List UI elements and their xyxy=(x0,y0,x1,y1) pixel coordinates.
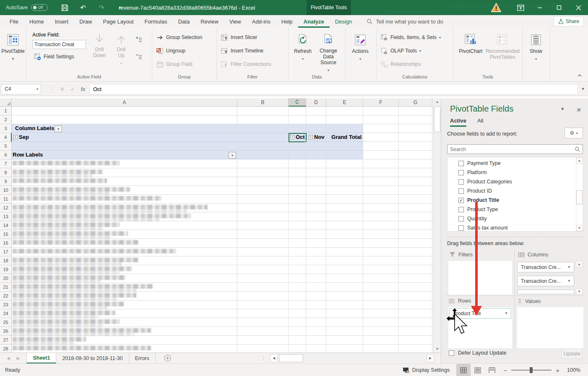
field-checkbox[interactable] xyxy=(458,207,464,212)
field-checkbox[interactable] xyxy=(458,225,464,231)
rows-area[interactable]: Product Title▼ xyxy=(448,307,512,348)
change-data-source-button[interactable]: Change Data Source ▾ xyxy=(315,30,342,72)
ribbon-display-options-icon[interactable] xyxy=(511,0,530,15)
formula-bar-expand-icon[interactable]: ▼ xyxy=(578,87,588,91)
row-header-22[interactable]: 22 xyxy=(0,292,12,300)
columns-pill-2[interactable]: Transaction Cre...▼ xyxy=(517,276,574,286)
rows-pill-caret-icon[interactable]: ▼ xyxy=(505,311,508,315)
insert-timeline-button[interactable]: Insert Timeline xyxy=(219,45,286,56)
share-button[interactable]: Share xyxy=(554,16,584,26)
cell-b4-sep[interactable]: +Sep xyxy=(13,134,29,140)
row-header-24[interactable]: 24 xyxy=(0,309,12,318)
name-box[interactable]: C4▾ xyxy=(1,84,41,94)
row-header-13[interactable]: 13 xyxy=(0,212,12,221)
row-labels-filter-icon[interactable]: ▼ xyxy=(229,152,236,159)
row-header-28[interactable]: 28 xyxy=(0,345,12,353)
vertical-scroll-thumb[interactable] xyxy=(434,106,440,132)
tools-gear-button[interactable]: ⚙▾ xyxy=(565,128,583,138)
zoom-slider-thumb[interactable] xyxy=(530,367,533,373)
expand-nov-icon[interactable]: + xyxy=(309,135,313,139)
insert-slicer-button[interactable]: Insert Slicer xyxy=(219,32,286,43)
ungroup-button[interactable]: Ungroup xyxy=(155,45,214,56)
drill-up-button[interactable]: Drill Up ▾ xyxy=(110,30,132,72)
save-icon[interactable] xyxy=(55,0,74,15)
row-header-23[interactable]: 23 xyxy=(0,300,12,309)
cell-grid[interactable]: Column Labels ▼ +Sep +Oct +Nov Grand Tot… xyxy=(12,107,432,352)
ribbon-tab-add-ins[interactable]: Add-ins xyxy=(247,15,276,28)
filter-connections-button[interactable]: Filter Connections xyxy=(219,59,286,70)
column-labels-filter-icon[interactable]: ▼ xyxy=(55,125,62,132)
row-header-3[interactable]: 3 xyxy=(0,124,12,133)
ribbon-tab-data[interactable]: Data xyxy=(173,15,195,28)
cancel-icon[interactable]: ✕ xyxy=(60,86,65,92)
field-item-sales-tax-amount[interactable]: Sales tax amount xyxy=(448,223,583,232)
view-page-break-button[interactable] xyxy=(485,364,499,376)
field-checkbox[interactable] xyxy=(458,170,464,175)
filters-area[interactable] xyxy=(448,261,512,295)
row-header-25[interactable]: 25 xyxy=(0,318,12,327)
expand-field-icon[interactable] xyxy=(135,36,143,43)
column-header-G[interactable]: G xyxy=(399,98,432,107)
defer-checkbox[interactable] xyxy=(449,350,454,356)
row-header-27[interactable]: 27 xyxy=(0,336,12,345)
pane-tab-active[interactable]: Active xyxy=(450,118,466,127)
row-header-19[interactable]: 19 xyxy=(0,265,12,274)
new-sheet-button[interactable] xyxy=(156,353,180,363)
rows-pill-product-title[interactable]: Product Title▼ xyxy=(449,308,511,319)
columns-area-scrollbar[interactable]: ▲ ▼ xyxy=(576,261,583,295)
refresh-button[interactable]: Refresh ▾ xyxy=(291,30,315,72)
zoom-slider[interactable] xyxy=(511,370,552,371)
group-field-button[interactable]: 7 Group Field xyxy=(155,59,214,70)
field-list-scroll-down-icon[interactable]: ▼ xyxy=(576,225,583,231)
columns-pill-1[interactable]: Transaction Cre...▼ xyxy=(517,262,574,272)
cell-d4-nov[interactable]: +Nov xyxy=(309,134,325,140)
undo-icon[interactable]: ↶ xyxy=(74,0,92,15)
row-header-7[interactable]: 7 xyxy=(0,159,12,168)
pane-options-caret-icon[interactable]: ▼ xyxy=(560,107,565,113)
ribbon-tab-insert[interactable]: Insert xyxy=(49,15,74,28)
enter-icon[interactable]: ✓ xyxy=(70,86,75,92)
column-header-B[interactable]: B xyxy=(237,98,289,107)
row-header-26[interactable]: 26 xyxy=(0,327,12,336)
row-header-16[interactable]: 16 xyxy=(0,239,12,248)
row-header-5[interactable]: 5 xyxy=(0,142,12,151)
row-header-2[interactable]: 2 xyxy=(0,115,12,124)
row-header-15[interactable]: 15 xyxy=(0,230,12,239)
sheet-tab-sheet1[interactable]: Sheet1 xyxy=(26,353,56,363)
ribbon-tab-design[interactable]: Design xyxy=(330,15,357,28)
maximize-icon[interactable] xyxy=(549,0,569,15)
horizontal-scroll-thumb[interactable] xyxy=(279,354,303,362)
field-checkbox[interactable] xyxy=(458,161,464,166)
ribbon-tab-view[interactable]: View xyxy=(224,15,247,28)
group-selection-button[interactable]: Group Selection xyxy=(155,32,214,43)
column-header-E[interactable]: E xyxy=(326,98,363,107)
pane-tab-all[interactable]: All xyxy=(477,118,483,127)
scrollbar-grip[interactable]: ⋮ xyxy=(261,355,266,361)
hscroll-right-icon[interactable]: ▶ xyxy=(427,354,434,362)
vertical-scrollbar[interactable]: ▲ ▼ xyxy=(433,98,441,352)
relationships-button[interactable]: Relationships xyxy=(379,59,450,70)
row-header-10[interactable]: 10 xyxy=(0,186,12,195)
cell-e4-grand-total[interactable]: Grand Total xyxy=(326,134,362,140)
sheet-tab-2018-09-30-to-2018-11-30[interactable]: 2018-09-30 to 2018-11-30 xyxy=(56,353,129,363)
hscroll-left-icon[interactable]: ◀ xyxy=(270,354,278,362)
field-list-scrollbar[interactable]: ▲ ▼ xyxy=(576,157,583,231)
tell-me-box[interactable]: Tell me what you want to do xyxy=(367,18,443,25)
fill-handle[interactable] xyxy=(305,141,307,143)
actions-button[interactable]: Actions ▾ xyxy=(348,30,372,72)
fields-items-sets-button[interactable]: fx Fields, Items, & Sets▾ xyxy=(379,32,450,43)
ribbon-tab-file[interactable]: File xyxy=(4,15,24,28)
field-item-quantity[interactable]: Quantity xyxy=(448,214,583,223)
name-box-caret-icon[interactable]: ▾ xyxy=(36,87,38,91)
row-header-8[interactable]: 8 xyxy=(0,168,12,177)
row-header-6[interactable]: 6 xyxy=(0,151,12,159)
field-item-payment-type[interactable]: Payment Type xyxy=(448,159,583,168)
field-checkbox[interactable]: ✓ xyxy=(458,198,464,203)
row-header-18[interactable]: 18 xyxy=(0,256,12,265)
columns-scroll-up-icon[interactable]: ▲ xyxy=(576,261,583,267)
zoom-out-icon[interactable]: − xyxy=(503,367,507,374)
scroll-up-icon[interactable]: ▲ xyxy=(433,98,441,105)
autosave-toggle[interactable]: Off xyxy=(31,4,48,11)
view-normal-button[interactable] xyxy=(456,364,471,376)
field-settings-button[interactable]: Field Settings xyxy=(32,51,86,62)
